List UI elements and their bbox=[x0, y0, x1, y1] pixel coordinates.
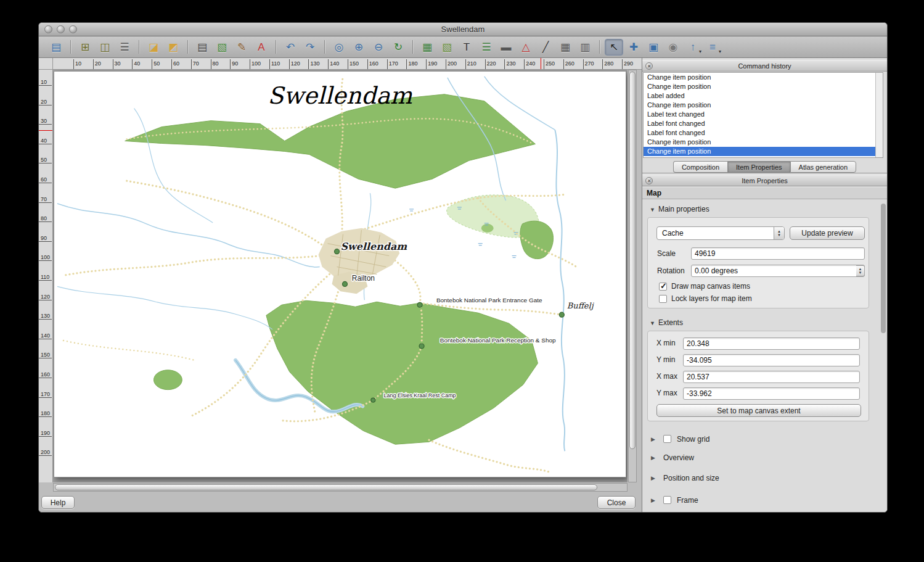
add-table-icon[interactable]: ▦ bbox=[556, 39, 574, 56]
update-preview-button[interactable]: Update preview bbox=[790, 226, 865, 240]
draw-map-canvas-items-checkbox[interactable] bbox=[659, 283, 667, 291]
horizontal-ruler: 1020304050607080901001101201301401501601… bbox=[53, 58, 642, 70]
add-legend-icon-glyph: ☰ bbox=[481, 42, 491, 52]
undo-icon[interactable]: ↶ bbox=[281, 39, 300, 56]
section-show-grid[interactable]: ▶Show grid bbox=[642, 434, 887, 445]
add-arrow-icon[interactable]: ╱ bbox=[536, 39, 555, 56]
extent-input-x-max[interactable] bbox=[683, 371, 860, 383]
rotation-spinner[interactable]: ▲▼ bbox=[856, 265, 865, 276]
canvas-horizontal-scrollbar[interactable] bbox=[53, 483, 628, 492]
properties-scrollbar[interactable] bbox=[881, 202, 886, 511]
command-history-item[interactable]: Change item position bbox=[644, 73, 883, 82]
zoom-in-icon[interactable]: ⊕ bbox=[350, 39, 368, 56]
extent-input-x-min[interactable] bbox=[683, 337, 860, 350]
command-history-item[interactable]: Label font changed bbox=[644, 128, 883, 138]
new-composition-icon[interactable]: ⊞ bbox=[76, 39, 94, 56]
section-overview[interactable]: ▶Overview bbox=[642, 453, 887, 464]
duplicate-composition-icon[interactable]: ◫ bbox=[96, 39, 114, 56]
command-history-item[interactable]: Change item position bbox=[644, 82, 883, 91]
composition-viewport[interactable]: Swellendam Railton Bontebok National Par… bbox=[53, 70, 628, 482]
export-image-icon[interactable]: ▧ bbox=[213, 39, 231, 56]
tab-item-properties[interactable]: Item Properties bbox=[727, 161, 790, 173]
section-position-and-size[interactable]: ▶Position and size bbox=[642, 473, 887, 484]
zoom-out-icon[interactable]: ⊖ bbox=[369, 39, 388, 56]
extent-input-y-min[interactable] bbox=[683, 354, 860, 366]
help-button[interactable]: Help bbox=[41, 496, 75, 509]
composer-manager-icon[interactable]: ☰ bbox=[115, 39, 134, 56]
add-label-icon[interactable]: T bbox=[457, 39, 476, 56]
lock-layers-checkbox[interactable] bbox=[659, 295, 667, 303]
command-history-item[interactable]: Change item position bbox=[644, 101, 883, 110]
expand-arrow-icon[interactable]: ▶ bbox=[651, 475, 655, 481]
export-image-icon-glyph: ▧ bbox=[217, 42, 227, 52]
lock-items-icon[interactable]: ◉ bbox=[664, 39, 682, 56]
set-to-map-canvas-extent-button[interactable]: Set to map canvas extent bbox=[656, 404, 861, 417]
close-panel-icon[interactable]: ✕ bbox=[645, 177, 653, 184]
main-properties-group[interactable]: ▼Main properties bbox=[650, 205, 709, 213]
scrollbar-thumb[interactable] bbox=[629, 72, 636, 449]
add-legend-icon[interactable]: ☰ bbox=[477, 39, 496, 56]
frame-checkbox[interactable] bbox=[663, 496, 671, 504]
expand-arrow-icon[interactable]: ▶ bbox=[651, 455, 655, 461]
extent-input-y-max[interactable] bbox=[683, 387, 860, 400]
map-label-railton: Railton bbox=[352, 274, 375, 283]
ruler-number: 40 bbox=[132, 59, 140, 69]
tab-atlas-generation[interactable]: Atlas generation bbox=[790, 161, 857, 173]
rotation-input[interactable] bbox=[691, 265, 865, 277]
group-items-icon[interactable]: ▣ bbox=[644, 39, 663, 56]
extent-label: Y min bbox=[656, 355, 675, 364]
close-panel-icon[interactable]: ✕ bbox=[645, 62, 653, 70]
section-frame[interactable]: ▶Frame bbox=[642, 495, 887, 506]
ruler-number: 20 bbox=[93, 59, 101, 69]
item-properties-header: ✕ Item Properties bbox=[642, 175, 887, 186]
command-history-item[interactable]: Label added bbox=[644, 91, 883, 101]
canvas-vertical-scrollbar[interactable] bbox=[628, 70, 637, 482]
expand-arrow-icon[interactable]: ▶ bbox=[651, 497, 655, 503]
select-move-item-icon[interactable]: ↖ bbox=[605, 39, 623, 56]
ruler-number: 170 bbox=[39, 391, 52, 398]
add-image-icon[interactable]: ▧ bbox=[438, 39, 456, 56]
print-icon[interactable]: ▤ bbox=[193, 39, 211, 56]
move-item-content-icon[interactable]: ✚ bbox=[624, 39, 643, 56]
show-grid-checkbox[interactable] bbox=[663, 435, 671, 443]
canvas-area: 1020304050607080901001101201301401501601… bbox=[39, 58, 642, 512]
command-history-item[interactable]: Change item position bbox=[644, 138, 883, 147]
expand-arrow-icon[interactable]: ▶ bbox=[651, 436, 655, 442]
collapse-arrow-icon[interactable]: ▼ bbox=[650, 207, 655, 213]
cache-dropdown[interactable]: Cache ▲▼ bbox=[656, 226, 785, 240]
command-history-item[interactable]: Label font changed bbox=[644, 119, 883, 128]
extents-group[interactable]: ▼Extents bbox=[650, 318, 683, 327]
ruler-number: 30 bbox=[113, 59, 121, 69]
close-button[interactable]: Close bbox=[597, 496, 636, 509]
redo-icon[interactable]: ↷ bbox=[301, 39, 319, 56]
command-history-scrollbar[interactable] bbox=[875, 73, 883, 157]
zoom-full-icon[interactable]: ◎ bbox=[330, 39, 348, 56]
map-item[interactable]: Swellendam Railton Bontebok National Par… bbox=[54, 72, 626, 477]
refresh-view-icon[interactable]: ↻ bbox=[389, 39, 407, 56]
map-label-buffeljags: Buffelj bbox=[567, 301, 595, 310]
extents-label: Extents bbox=[658, 318, 683, 327]
add-scalebar-icon[interactable]: ▬ bbox=[497, 39, 515, 56]
tab-composition[interactable]: Composition bbox=[673, 161, 727, 173]
scrollbar-thumb[interactable] bbox=[881, 204, 886, 333]
item-properties-panel: ▼Main properties Cache ▲▼ Update preview… bbox=[642, 200, 887, 512]
scrollbar-thumb[interactable] bbox=[55, 484, 597, 490]
toolbar-separator bbox=[139, 40, 139, 54]
collapse-arrow-icon[interactable]: ▼ bbox=[650, 320, 655, 326]
align-items-icon[interactable]: ≡▾ bbox=[703, 39, 722, 56]
export-svg-icon[interactable]: ✎ bbox=[232, 39, 251, 56]
save-template-icon[interactable]: ◩ bbox=[164, 39, 182, 56]
export-pdf-icon[interactable]: A bbox=[252, 39, 271, 56]
save-project-icon[interactable]: ▤ bbox=[47, 39, 65, 56]
load-template-icon[interactable]: ◪ bbox=[144, 39, 163, 56]
command-history-item[interactable]: Label text changed bbox=[644, 110, 883, 119]
titlebar[interactable]: Swellendam bbox=[39, 23, 887, 36]
command-history-item[interactable]: Change item position bbox=[644, 147, 883, 156]
composition-paper[interactable]: Swellendam Railton Bontebok National Par… bbox=[54, 71, 626, 477]
add-html-icon[interactable]: ▥ bbox=[576, 39, 594, 56]
raise-items-icon[interactable]: ↑▾ bbox=[684, 39, 702, 56]
add-shape-icon[interactable]: △ bbox=[517, 39, 535, 56]
toolbar-separator bbox=[187, 40, 188, 54]
scale-input[interactable] bbox=[691, 247, 865, 260]
add-map-icon[interactable]: ▦ bbox=[418, 39, 436, 56]
